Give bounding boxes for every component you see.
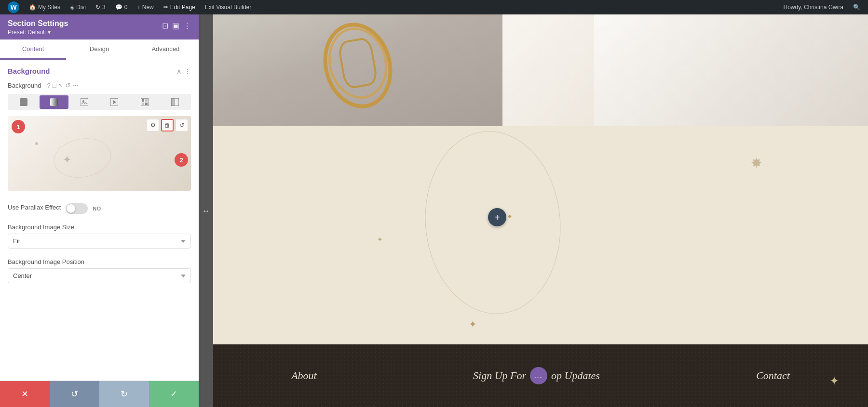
chain-container bbox=[314, 17, 401, 123]
admin-bar: W 🏠 My Sites ◈ Divi ↻ 3 💬 0 + New ✏ Edit… bbox=[0, 0, 868, 14]
section-more-icon[interactable]: ⋮ bbox=[184, 67, 191, 75]
bg-type-color[interactable] bbox=[9, 95, 39, 109]
tab-design[interactable]: Design bbox=[66, 39, 132, 60]
bg-type-pattern[interactable] bbox=[130, 95, 160, 109]
page-preview: ✸ ✦ ✦ ◆ + About Sign Up For ... op Updat… bbox=[213, 14, 868, 407]
comment-count-button[interactable]: 💬 0 bbox=[111, 0, 132, 14]
section-settings-panel: Section Settings Preset: Default ▾ ⊡ ▣ ⋮… bbox=[0, 14, 199, 407]
preview-dot-1 bbox=[35, 142, 38, 145]
undo-button[interactable]: ↺ bbox=[50, 381, 99, 407]
background-section-title: Background bbox=[8, 67, 50, 75]
main-content: Section Settings Preset: Default ▾ ⊡ ▣ ⋮… bbox=[0, 14, 868, 407]
jewelry-image-section bbox=[213, 14, 502, 126]
mid-diamond-1: ✦ bbox=[469, 318, 477, 330]
purple-dot-icon: ... bbox=[530, 367, 547, 384]
svg-rect-2 bbox=[81, 98, 88, 106]
resize-handle[interactable]: ↔ bbox=[199, 14, 213, 407]
help-icon[interactable]: ? bbox=[47, 82, 50, 89]
image-size-row: Background Image Size Fit Cover Actual S… bbox=[0, 219, 199, 253]
jewelry-bg bbox=[213, 14, 502, 126]
admin-bar-right: Howdy, Christina Gwira 🔍 bbox=[780, 0, 864, 14]
page-mid-section: ✸ ✦ ✦ ◆ + bbox=[213, 126, 868, 344]
redo-button[interactable]: ↻ bbox=[99, 381, 149, 407]
footer-contact-link[interactable]: Contact bbox=[756, 369, 790, 382]
image-position-row: Background Image Position Center Top Lef… bbox=[0, 253, 199, 288]
svg-marker-5 bbox=[113, 100, 116, 104]
bg-type-video[interactable] bbox=[100, 95, 129, 109]
new-button[interactable]: + New bbox=[133, 0, 157, 14]
bg-type-tabs bbox=[8, 94, 191, 110]
panel-title: Section Settings bbox=[8, 19, 68, 28]
resize-arrows-icon: ↔ bbox=[202, 207, 210, 215]
svg-rect-1 bbox=[50, 98, 58, 106]
user-greeting[interactable]: Howdy, Christina Gwira bbox=[780, 0, 847, 14]
cursor-icon[interactable]: ↖ bbox=[58, 82, 63, 89]
svg-rect-0 bbox=[20, 98, 27, 106]
panel-preset[interactable]: Preset: Default ▾ bbox=[8, 29, 68, 36]
svg-rect-10 bbox=[145, 103, 148, 105]
comment-icon: 💬 bbox=[115, 4, 122, 11]
undo-row-icon[interactable]: ↺ bbox=[65, 82, 70, 89]
pencil-icon: ✏ bbox=[163, 4, 168, 11]
my-sites-button[interactable]: 🏠 My Sites bbox=[25, 0, 64, 14]
background-label: Background bbox=[8, 82, 41, 89]
image-size-label: Background Image Size bbox=[8, 223, 191, 231]
preview-badge-1: 1 bbox=[12, 120, 25, 133]
mid-dot-2: ◆ bbox=[508, 213, 512, 219]
more-icon[interactable]: ⋮ bbox=[183, 21, 191, 30]
edit-page-button[interactable]: ✏ Edit Page bbox=[160, 0, 199, 14]
mid-star-large: ✸ bbox=[751, 155, 762, 171]
parallax-row: Use Parallax Effect NO bbox=[0, 198, 199, 219]
preview-reset-btn[interactable]: ↺ bbox=[176, 119, 188, 131]
page-footer-section: About Sign Up For ... op Updates Contact… bbox=[213, 344, 868, 407]
background-section-header: Background ∧ ⋮ bbox=[0, 60, 199, 80]
svg-rect-7 bbox=[142, 99, 144, 102]
panel-header-left: Section Settings Preset: Default ▾ bbox=[8, 19, 68, 36]
preview-settings-btn[interactable]: ⚙ bbox=[147, 119, 159, 131]
parallax-toggle[interactable] bbox=[66, 203, 88, 214]
tab-advanced[interactable]: Advanced bbox=[133, 39, 199, 60]
svg-rect-12 bbox=[171, 98, 175, 106]
panel-header: Section Settings Preset: Default ▾ ⊡ ▣ ⋮ bbox=[0, 14, 199, 39]
panel-tabs: Content Design Advanced bbox=[0, 39, 199, 60]
footer-about-link[interactable]: About bbox=[291, 369, 317, 382]
parallax-label: Use Parallax Effect bbox=[8, 204, 61, 211]
exit-visual-builder-button[interactable]: Exit Visual Builder bbox=[201, 0, 256, 14]
divi-button[interactable]: ◈ Divi bbox=[66, 0, 90, 14]
preview-controls: ⚙ 🗑 ↺ bbox=[147, 119, 188, 131]
parallax-toggle-label: NO bbox=[93, 206, 101, 211]
panel-toolbar: ✕ ↺ ↻ ✓ bbox=[0, 381, 199, 407]
footer-signup-link[interactable]: Sign Up For ... op Updates bbox=[473, 367, 600, 384]
panel-header-icons: ⊡ ▣ ⋮ bbox=[162, 21, 191, 30]
preview-delete-btn[interactable]: 🗑 bbox=[161, 119, 174, 131]
device-icon[interactable]: □ bbox=[53, 82, 56, 89]
viewport-icon[interactable]: ⊡ bbox=[162, 21, 168, 30]
more-row-icon[interactable]: ⋯ bbox=[72, 82, 79, 89]
search-button[interactable]: 🔍 bbox=[849, 0, 864, 14]
divi-icon: ◈ bbox=[70, 4, 74, 11]
toggle-knob bbox=[67, 204, 75, 213]
bg-type-mask[interactable] bbox=[160, 95, 190, 109]
page-top-right bbox=[502, 14, 868, 126]
image-position-select[interactable]: Center Top Left Top Center Top Right Cen… bbox=[8, 268, 191, 283]
image-position-label: Background Image Position bbox=[8, 258, 191, 265]
add-section-button[interactable]: + bbox=[488, 208, 506, 226]
search-icon: 🔍 bbox=[853, 4, 860, 11]
background-image-preview: ✦ 1 ⚙ 🗑 ↺ 2 bbox=[8, 116, 191, 191]
discard-button[interactable]: ✕ bbox=[0, 381, 50, 407]
image-size-select[interactable]: Fit Cover Actual Size Custom bbox=[8, 234, 191, 249]
svg-rect-9 bbox=[142, 103, 144, 105]
wp-logo-button[interactable]: W bbox=[4, 0, 23, 14]
home-icon: 🏠 bbox=[29, 4, 36, 11]
tab-content[interactable]: Content bbox=[0, 39, 66, 60]
bg-type-gradient[interactable] bbox=[40, 95, 69, 109]
collapse-icon[interactable]: ∧ bbox=[176, 67, 181, 75]
background-row-icons: ? □ ↖ ↺ ⋯ bbox=[47, 82, 79, 89]
wordpress-icon: W bbox=[8, 1, 19, 13]
preview-badge-2: 2 bbox=[175, 153, 188, 167]
layout-icon[interactable]: ▣ bbox=[172, 21, 179, 30]
save-button[interactable]: ✓ bbox=[149, 381, 199, 407]
top-right-overlay bbox=[594, 14, 868, 126]
comments-button[interactable]: ↻ 3 bbox=[92, 0, 109, 14]
bg-type-image[interactable] bbox=[69, 95, 99, 109]
